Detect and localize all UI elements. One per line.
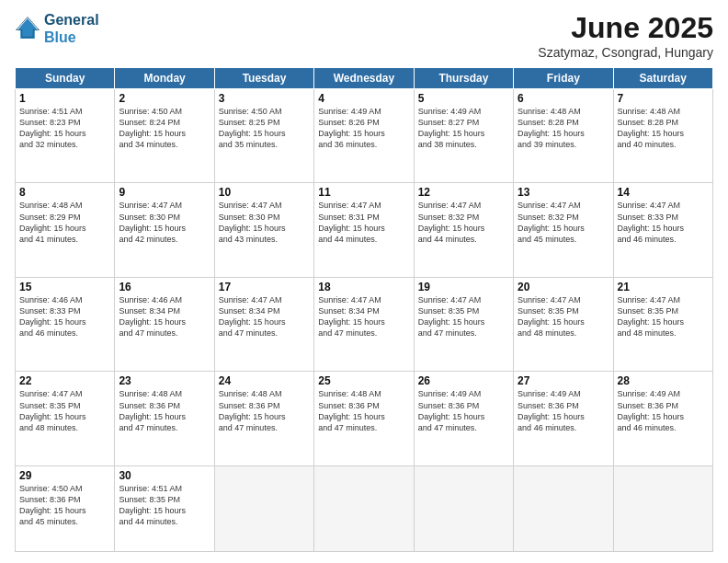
table-row: 20Sunrise: 4:47 AM Sunset: 8:35 PM Dayli… xyxy=(514,277,613,371)
table-row xyxy=(314,465,414,551)
day-number: 1 xyxy=(19,92,110,105)
table-row: 10Sunrise: 4:47 AM Sunset: 8:30 PM Dayli… xyxy=(214,183,313,277)
cell-info: Sunrise: 4:49 AM Sunset: 8:36 PM Dayligh… xyxy=(618,388,709,433)
day-number: 4 xyxy=(318,92,409,105)
day-number: 30 xyxy=(119,469,210,482)
calendar-header-row: Sunday Monday Tuesday Wednesday Thursday… xyxy=(16,68,713,89)
cell-info: Sunrise: 4:48 AM Sunset: 8:28 PM Dayligh… xyxy=(518,106,609,151)
calendar-week-row: 29Sunrise: 4:50 AM Sunset: 8:36 PM Dayli… xyxy=(16,465,713,551)
logo-text: General Blue xyxy=(44,11,99,46)
header-monday: Monday xyxy=(115,68,214,89)
cell-info: Sunrise: 4:47 AM Sunset: 8:34 PM Dayligh… xyxy=(318,294,409,339)
table-row: 3Sunrise: 4:50 AM Sunset: 8:25 PM Daylig… xyxy=(214,89,313,183)
table-row: 7Sunrise: 4:48 AM Sunset: 8:28 PM Daylig… xyxy=(613,89,712,183)
table-row: 11Sunrise: 4:47 AM Sunset: 8:31 PM Dayli… xyxy=(314,183,414,277)
page: General Blue June 2025 Szatymaz, Csongra… xyxy=(0,0,728,563)
day-number: 11 xyxy=(318,186,409,199)
day-number: 17 xyxy=(219,281,310,293)
cell-info: Sunrise: 4:50 AM Sunset: 8:25 PM Dayligh… xyxy=(219,106,310,151)
table-row: 1Sunrise: 4:51 AM Sunset: 8:23 PM Daylig… xyxy=(16,89,115,183)
subtitle: Szatymaz, Csongrad, Hungary xyxy=(538,45,713,60)
day-number: 19 xyxy=(418,281,509,293)
cell-info: Sunrise: 4:47 AM Sunset: 8:33 PM Dayligh… xyxy=(618,200,709,245)
cell-info: Sunrise: 4:48 AM Sunset: 8:29 PM Dayligh… xyxy=(19,200,110,245)
calendar-week-row: 22Sunrise: 4:47 AM Sunset: 8:35 PM Dayli… xyxy=(16,372,713,465)
day-number: 2 xyxy=(119,92,210,105)
day-number: 23 xyxy=(119,374,210,387)
table-row: 15Sunrise: 4:46 AM Sunset: 8:33 PM Dayli… xyxy=(16,277,115,371)
table-row: 9Sunrise: 4:47 AM Sunset: 8:30 PM Daylig… xyxy=(115,183,214,277)
cell-info: Sunrise: 4:46 AM Sunset: 8:34 PM Dayligh… xyxy=(119,294,210,339)
day-number: 29 xyxy=(19,469,110,482)
cell-info: Sunrise: 4:49 AM Sunset: 8:36 PM Dayligh… xyxy=(518,388,609,433)
day-number: 20 xyxy=(518,281,609,293)
cell-info: Sunrise: 4:47 AM Sunset: 8:32 PM Dayligh… xyxy=(518,200,609,245)
logo-icon xyxy=(15,16,40,41)
day-number: 13 xyxy=(518,186,609,199)
cell-info: Sunrise: 4:47 AM Sunset: 8:30 PM Dayligh… xyxy=(219,200,310,245)
cell-info: Sunrise: 4:49 AM Sunset: 8:27 PM Dayligh… xyxy=(418,106,509,151)
day-number: 26 xyxy=(418,374,509,387)
table-row: 25Sunrise: 4:48 AM Sunset: 8:36 PM Dayli… xyxy=(314,372,414,465)
day-number: 28 xyxy=(618,374,709,387)
table-row: 21Sunrise: 4:47 AM Sunset: 8:35 PM Dayli… xyxy=(613,277,712,371)
header-wednesday: Wednesday xyxy=(314,68,414,89)
day-number: 5 xyxy=(418,92,509,105)
day-number: 14 xyxy=(618,186,709,199)
table-row: 26Sunrise: 4:49 AM Sunset: 8:36 PM Dayli… xyxy=(414,372,513,465)
cell-info: Sunrise: 4:47 AM Sunset: 8:34 PM Dayligh… xyxy=(219,294,310,339)
table-row: 14Sunrise: 4:47 AM Sunset: 8:33 PM Dayli… xyxy=(613,183,712,277)
day-number: 27 xyxy=(518,374,609,387)
table-row: 12Sunrise: 4:47 AM Sunset: 8:32 PM Dayli… xyxy=(414,183,513,277)
header-saturday: Saturday xyxy=(613,68,712,89)
table-row xyxy=(414,465,513,551)
table-row: 8Sunrise: 4:48 AM Sunset: 8:29 PM Daylig… xyxy=(16,183,115,277)
table-row xyxy=(214,465,313,551)
table-row: 2Sunrise: 4:50 AM Sunset: 8:24 PM Daylig… xyxy=(115,89,214,183)
day-number: 18 xyxy=(318,281,409,293)
day-number: 6 xyxy=(518,92,609,105)
cell-info: Sunrise: 4:50 AM Sunset: 8:24 PM Dayligh… xyxy=(119,106,210,151)
day-number: 3 xyxy=(219,92,310,105)
cell-info: Sunrise: 4:47 AM Sunset: 8:35 PM Dayligh… xyxy=(618,294,709,339)
cell-info: Sunrise: 4:48 AM Sunset: 8:28 PM Dayligh… xyxy=(618,106,709,151)
cell-info: Sunrise: 4:47 AM Sunset: 8:31 PM Dayligh… xyxy=(318,200,409,245)
table-row: 24Sunrise: 4:48 AM Sunset: 8:36 PM Dayli… xyxy=(214,372,313,465)
day-number: 22 xyxy=(19,374,110,387)
table-row: 27Sunrise: 4:49 AM Sunset: 8:36 PM Dayli… xyxy=(514,372,613,465)
day-number: 15 xyxy=(19,281,110,293)
day-number: 8 xyxy=(19,186,110,199)
cell-info: Sunrise: 4:47 AM Sunset: 8:35 PM Dayligh… xyxy=(418,294,509,339)
day-number: 21 xyxy=(618,281,709,293)
calendar-week-row: 1Sunrise: 4:51 AM Sunset: 8:23 PM Daylig… xyxy=(16,89,713,183)
table-row: 29Sunrise: 4:50 AM Sunset: 8:36 PM Dayli… xyxy=(16,465,115,551)
table-row: 13Sunrise: 4:47 AM Sunset: 8:32 PM Dayli… xyxy=(514,183,613,277)
header-thursday: Thursday xyxy=(414,68,513,89)
main-title: June 2025 xyxy=(538,11,713,45)
table-row: 17Sunrise: 4:47 AM Sunset: 8:34 PM Dayli… xyxy=(214,277,313,371)
calendar-table: Sunday Monday Tuesday Wednesday Thursday… xyxy=(15,67,713,552)
cell-info: Sunrise: 4:47 AM Sunset: 8:30 PM Dayligh… xyxy=(119,200,210,245)
day-number: 10 xyxy=(219,186,310,199)
header: General Blue June 2025 Szatymaz, Csongra… xyxy=(15,11,713,60)
calendar-week-row: 15Sunrise: 4:46 AM Sunset: 8:33 PM Dayli… xyxy=(16,277,713,371)
table-row: 4Sunrise: 4:49 AM Sunset: 8:26 PM Daylig… xyxy=(314,89,414,183)
cell-info: Sunrise: 4:50 AM Sunset: 8:36 PM Dayligh… xyxy=(19,483,110,528)
calendar-week-row: 8Sunrise: 4:48 AM Sunset: 8:29 PM Daylig… xyxy=(16,183,713,277)
table-row: 19Sunrise: 4:47 AM Sunset: 8:35 PM Dayli… xyxy=(414,277,513,371)
logo: General Blue xyxy=(15,11,99,46)
cell-info: Sunrise: 4:49 AM Sunset: 8:36 PM Dayligh… xyxy=(418,388,509,433)
table-row xyxy=(514,465,613,551)
cell-info: Sunrise: 4:48 AM Sunset: 8:36 PM Dayligh… xyxy=(219,388,310,433)
header-tuesday: Tuesday xyxy=(214,68,313,89)
table-row: 16Sunrise: 4:46 AM Sunset: 8:34 PM Dayli… xyxy=(115,277,214,371)
header-sunday: Sunday xyxy=(16,68,115,89)
table-row: 22Sunrise: 4:47 AM Sunset: 8:35 PM Dayli… xyxy=(16,372,115,465)
table-row: 28Sunrise: 4:49 AM Sunset: 8:36 PM Dayli… xyxy=(613,372,712,465)
day-number: 9 xyxy=(119,186,210,199)
table-row: 6Sunrise: 4:48 AM Sunset: 8:28 PM Daylig… xyxy=(514,89,613,183)
day-number: 12 xyxy=(418,186,509,199)
cell-info: Sunrise: 4:48 AM Sunset: 8:36 PM Dayligh… xyxy=(119,388,210,433)
table-row: 23Sunrise: 4:48 AM Sunset: 8:36 PM Dayli… xyxy=(115,372,214,465)
table-row: 18Sunrise: 4:47 AM Sunset: 8:34 PM Dayli… xyxy=(314,277,414,371)
